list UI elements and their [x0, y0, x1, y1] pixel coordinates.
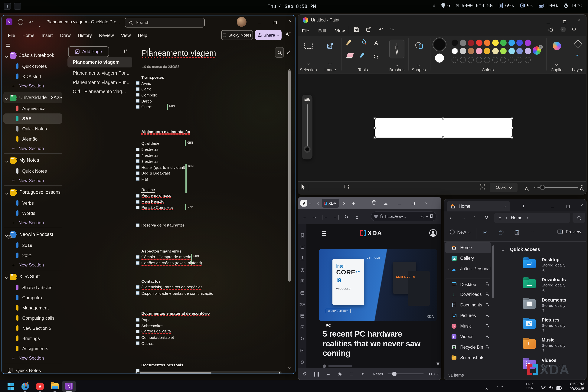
palette-color[interactable] — [484, 40, 490, 46]
todo-checkbox[interactable] — [136, 166, 140, 169]
fit-to-screen-icon[interactable] — [480, 184, 485, 191]
new-section-button[interactable]: +New Section — [4, 144, 62, 153]
brushes-button[interactable] — [389, 40, 404, 58]
selection-handle[interactable] — [511, 136, 513, 138]
menu-view[interactable]: View — [121, 33, 131, 38]
paint-group-shapes[interactable]: Shapes — [412, 68, 426, 72]
magnifier-tool-icon[interactable] — [374, 53, 378, 60]
section-2019[interactable]: 2019 — [4, 240, 62, 250]
notebook-portuguese-lessons[interactable]: Portuguese lessons — [4, 186, 62, 198]
scroll-left-icon[interactable] — [136, 372, 138, 374]
section-computing-calls[interactable]: Computing calls — [4, 313, 62, 323]
note-line-1[interactable]: Avião — [133, 80, 288, 86]
note-line-39[interactable]: Documentos pessoais — [133, 362, 288, 368]
new-tab-button[interactable]: + — [352, 200, 355, 206]
preview-toggle[interactable]: Preview — [558, 230, 581, 234]
shapes-tool-icon[interactable] — [415, 41, 423, 52]
tray-battery-icon[interactable] — [556, 384, 562, 391]
save-icon[interactable] — [354, 27, 359, 34]
site-menu-icon[interactable]: ☰ — [322, 230, 326, 237]
palette-color[interactable] — [492, 40, 498, 46]
palette-color[interactable] — [484, 48, 490, 54]
menu-draw[interactable]: Draw — [60, 33, 71, 38]
palette-empty-slot[interactable] — [460, 57, 466, 63]
wifi-icon[interactable] — [540, 384, 546, 391]
page-zoom-thumb[interactable] — [392, 372, 397, 376]
bookmark-icon[interactable] — [430, 214, 433, 218]
new-section-button[interactable]: +New Section — [4, 176, 62, 185]
section-management[interactable]: Management — [4, 303, 62, 313]
note-line-9[interactable]: QualidadeGHM — [133, 140, 288, 146]
explorer-maximize-button[interactable] — [566, 203, 570, 210]
menu-file[interactable]: File — [8, 33, 15, 38]
paint-group-image[interactable]: Image — [324, 68, 336, 72]
note-line-3[interactable]: Comboio — [133, 92, 288, 98]
section-verbs[interactable]: Verbs — [4, 198, 62, 208]
status-settings-gear-icon[interactable]: ⚙ — [299, 371, 310, 376]
expand-page-icon[interactable] — [286, 50, 291, 56]
todo-checkbox[interactable] — [136, 330, 140, 333]
vertical-scrollbar-thumb[interactable] — [288, 70, 290, 282]
rewind-icon[interactable]: |← — [320, 214, 330, 220]
quick-access-pictures[interactable]: PicturesStored locally — [444, 315, 586, 335]
back-button[interactable]: ← — [18, 19, 23, 25]
page-zoom-slider[interactable] — [388, 374, 424, 374]
quick-access-desktop[interactable]: DesktopStored locally — [444, 254, 586, 274]
menu-help[interactable]: Help — [138, 33, 147, 38]
sticky-notes-button[interactable]: Sticky Notes — [221, 30, 253, 40]
shapes-chevron-icon[interactable] — [418, 61, 420, 68]
windows-panel-icon[interactable] — [298, 310, 306, 322]
palette-color[interactable] — [516, 48, 523, 54]
note-body[interactable]: TransportesAviãoCarroComboioBarcoOutro:G… — [133, 74, 288, 374]
section-shared-articles[interactable]: Shared articles — [4, 282, 62, 292]
paint-minimize-button[interactable] — [542, 18, 554, 25]
palette-empty-slot[interactable] — [476, 57, 482, 63]
vivaldi-menu-chevron-icon[interactable] — [309, 202, 311, 204]
paint-share-icon[interactable] — [366, 27, 371, 34]
palette-color[interactable] — [452, 48, 458, 54]
todo-checkbox[interactable] — [136, 324, 140, 327]
note-line-18[interactable]: Pequeno-almoço — [133, 193, 288, 199]
image-chevron-icon[interactable] — [329, 59, 331, 66]
palette-color[interactable] — [508, 40, 515, 46]
todo-checkbox[interactable] — [136, 206, 140, 209]
new-section-button[interactable]: +New Section — [4, 260, 62, 269]
add-color-icon[interactable]: + — [538, 45, 543, 49]
section-quick-notes[interactable]: Quick Notes — [4, 61, 62, 71]
paint-close-button[interactable]: × — [575, 17, 584, 22]
paint-menu-file[interactable]: File — [302, 28, 309, 34]
menu-history[interactable]: History — [78, 33, 92, 38]
fill-tool-icon[interactable] — [360, 39, 366, 47]
search-input[interactable]: Search — [125, 18, 205, 28]
palette-empty-slot[interactable] — [452, 57, 458, 63]
todo-checkbox[interactable] — [136, 291, 140, 295]
todo-checkbox[interactable] — [136, 336, 140, 339]
undo-icon[interactable]: ↶ — [379, 26, 383, 32]
article-hero-image[interactable]: intel CORE™ i9 UNLOCKED 14TH GEN SPECIAL… — [319, 249, 437, 321]
selection-handle[interactable] — [442, 117, 444, 120]
paint-group-selection[interactable]: Selection — [300, 68, 317, 72]
new-section-button[interactable]: +New Section — [4, 218, 62, 227]
sort-pages-icon[interactable]: ↓≡ — [123, 48, 127, 54]
paint-group-tools[interactable]: Tools — [358, 68, 368, 72]
note-line-35[interactable]: Cartões de visita — [133, 328, 288, 334]
breadcrumb-bar[interactable]: ⌂ Home — [494, 213, 570, 223]
scroll-right-icon[interactable] — [278, 372, 280, 374]
search-page-button[interactable] — [275, 47, 284, 58]
note-line-26[interactable]: Cartões de crédito (taxas, plafond) — [133, 260, 288, 266]
todo-checkbox[interactable] — [136, 82, 140, 85]
notebook-neowin-podcast[interactable]: ↻Neowin Podcast — [4, 229, 62, 240]
new-explorer-tab-button[interactable]: + — [522, 203, 525, 209]
note-line-19[interactable]: Meia Pensão — [133, 199, 288, 204]
quick-access-chevron-icon[interactable] — [502, 248, 504, 251]
palette-empty-slot[interactable] — [524, 57, 530, 63]
note-line-0[interactable]: Transportes — [133, 74, 288, 80]
undo-icon[interactable]: ↶ — [29, 20, 33, 25]
zoom-out-icon[interactable] — [525, 185, 528, 192]
nav-item-home[interactable]: Home — [445, 242, 491, 253]
palette-color[interactable] — [476, 48, 482, 54]
selection-tool-icon[interactable] — [304, 42, 313, 48]
cut-icon[interactable]: ✂ — [483, 230, 487, 235]
paint-maximize-button[interactable] — [559, 18, 570, 25]
palette-color[interactable] — [468, 40, 474, 46]
